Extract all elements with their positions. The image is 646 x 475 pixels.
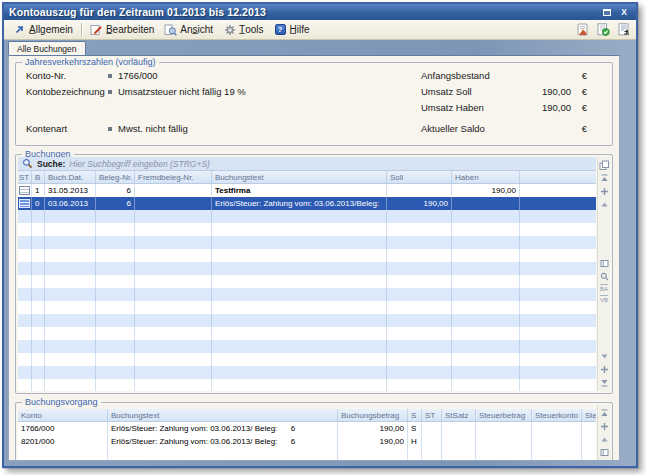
search-bar[interactable]: Suche: Hier Suchbegriff eingeben (STRG+S… — [18, 157, 596, 171]
col-b: B — [32, 171, 45, 183]
field-kontenart: Kontenart Mwst. nicht fällig — [26, 123, 326, 134]
col-st: ST — [18, 171, 32, 183]
empty-row — [18, 379, 596, 391]
value-bullet-icon — [108, 74, 112, 78]
empty-row — [18, 366, 596, 379]
menu-label: T̲ools — [239, 24, 263, 35]
split-view-icon[interactable] — [599, 258, 610, 269]
col-konto: Konto — [18, 409, 108, 421]
ba-button[interactable]: BA — [600, 284, 608, 293]
empty-row — [18, 353, 596, 366]
arrow-ne-icon — [13, 24, 26, 36]
titlebar[interactable]: Kontoauszug für den Zeitraum 01.2013 bis… — [4, 4, 636, 20]
record-up-icon[interactable] — [599, 186, 610, 197]
edit-icon — [90, 24, 103, 36]
app-window: Kontoauszug für den Zeitraum 01.2013 bis… — [2, 2, 638, 468]
transaction-nav-strip — [597, 405, 610, 461]
restore-icon — [603, 9, 611, 16]
zoom-icon[interactable] — [599, 271, 610, 282]
empty-row — [18, 314, 596, 327]
scroll-up-icon[interactable] — [599, 434, 610, 445]
currency-symbol: € — [571, 102, 587, 113]
close-button[interactable]: X — [617, 6, 631, 18]
empty-row — [18, 223, 596, 236]
scroll-bottom-icon[interactable] — [599, 377, 610, 388]
menu-hilfe[interactable]: ? H̲ilfe — [269, 22, 315, 38]
export-icon[interactable] — [616, 22, 632, 37]
value-bullet-icon — [108, 90, 112, 94]
tab-frame: Alle Buchungen Jahresverkehrszahlen (vor… — [4, 40, 636, 466]
field-umsatz-soll: Umsatz Soll 190,00 € — [421, 86, 599, 97]
search-label: Suche: — [37, 159, 65, 169]
menu-bearbeiten[interactable]: B̲earbeiten — [85, 22, 159, 38]
empty-row — [18, 210, 596, 223]
bookings-header-row[interactable]: ST B Buch.Dat. Beleg-Nr. Fremdbeleg-Nr. … — [18, 171, 596, 184]
window-title: Kontoauszug für den Zeitraum 01.2013 bis… — [9, 6, 597, 18]
empty-row — [18, 301, 596, 314]
vb-button[interactable]: VB — [600, 295, 608, 304]
table-row-selected[interactable]: 0 03.06.2013 6 Erlös/Steuer: Zahlung vom… — [18, 197, 596, 210]
col-s: S — [408, 409, 422, 421]
menu-label: Ans̲icht — [180, 24, 213, 35]
col-extra — [520, 171, 596, 183]
transaction-header-row[interactable]: Konto Buchungstext Buchungsbetrag S ST S… — [18, 409, 596, 422]
menu-label: H̲ilfe — [290, 24, 310, 35]
menu-tools[interactable]: T̲ools — [218, 22, 268, 38]
col-buchungstext: Buchungstext — [212, 171, 387, 183]
field-konto-nr: Konto-Nr. 1766/000 — [26, 70, 326, 81]
search-input[interactable]: Hier Suchbegriff eingeben (STRG+S) — [69, 159, 210, 169]
field-value: 190,00 — [519, 102, 571, 113]
col-buchungsbetrag: Buchungsbetrag — [338, 409, 408, 421]
bookings-rows: 1 31.05.2013 6 Testfirma 190,00 — [18, 184, 596, 391]
col-buchungstext: Buchungstext — [108, 409, 338, 421]
view-magnifier-icon — [164, 24, 177, 36]
scroll-down-icon[interactable] — [599, 351, 610, 362]
transaction-grid: Konto Buchungstext Buchungsbetrag S ST S… — [18, 409, 596, 461]
col-haben: Haben — [452, 171, 520, 183]
field-value: Umsatzsteuer nicht fällig 19 % — [118, 86, 246, 97]
scroll-up-icon[interactable] — [599, 199, 610, 210]
field-anfangsbestand: Anfangsbestand € — [421, 70, 599, 81]
transaction-group-title: Buchungsvorgang — [22, 397, 101, 408]
empty-row — [18, 236, 596, 249]
search-icon — [22, 158, 33, 169]
empty-row — [18, 327, 596, 340]
record-down-icon[interactable] — [599, 364, 610, 375]
record-up-icon[interactable] — [599, 421, 610, 432]
col-buchdat: Buch.Dat. — [45, 171, 96, 183]
scroll-top-icon[interactable] — [599, 408, 610, 419]
value-bullet-icon — [108, 127, 112, 131]
split-view-icon[interactable] — [599, 447, 610, 458]
table-row[interactable]: 1 31.05.2013 6 Testfirma 190,00 — [18, 184, 596, 197]
menu-label: B̲earbeiten — [106, 24, 154, 35]
field-umsatz-haben: Umsatz Haben 190,00 € — [421, 102, 599, 113]
col-st: ST — [422, 409, 442, 421]
summary-group-title: Jahresverkehrszahlen (vorläufig) — [22, 57, 159, 68]
bookings-group: Buchungen Suche: Hier Suchbegriff eingeb… — [15, 154, 613, 394]
empty-row — [18, 288, 596, 301]
column-chooser-icon[interactable] — [599, 160, 610, 171]
empty-row — [18, 249, 596, 262]
table-row[interactable]: 1766/000 Erlös/Steuer: Zahlung vom: 03.0… — [18, 422, 596, 435]
tab-alle-buchungen[interactable]: Alle Buchungen — [8, 41, 86, 55]
tab-page: Jahresverkehrszahlen (vorläufig) Konto-N… — [8, 55, 620, 461]
report-icon[interactable] — [574, 22, 590, 37]
menu-separator — [81, 23, 82, 37]
field-value: Mwst. nicht fällig — [118, 123, 188, 134]
menu-ansicht[interactable]: Ans̲icht — [159, 22, 218, 38]
help-icon: ? — [274, 24, 287, 36]
col-soll: Soll — [387, 171, 452, 183]
gear-icon — [223, 24, 236, 36]
scroll-top-icon[interactable] — [599, 173, 610, 184]
restore-button[interactable] — [600, 6, 614, 18]
record-icon — [18, 184, 32, 197]
menu-allgemein[interactable]: A̲llgemein — [8, 22, 78, 38]
field-value: 1766/000 — [118, 70, 158, 81]
confirm-document-icon[interactable] — [595, 22, 611, 37]
col-stsatz: StSatz — [442, 409, 476, 421]
col-beleg-nr: Beleg-Nr. — [96, 171, 135, 183]
table-row[interactable]: 8201/000 Erlös/Steuer: Zahlung vom: 03.0… — [18, 435, 596, 448]
field-value: 190,00 — [519, 86, 571, 97]
field-kontobezeichnung: Kontobezeichnung Umsatzsteuer nicht fäll… — [26, 86, 346, 97]
tabstrip: Alle Buchungen — [8, 40, 86, 55]
